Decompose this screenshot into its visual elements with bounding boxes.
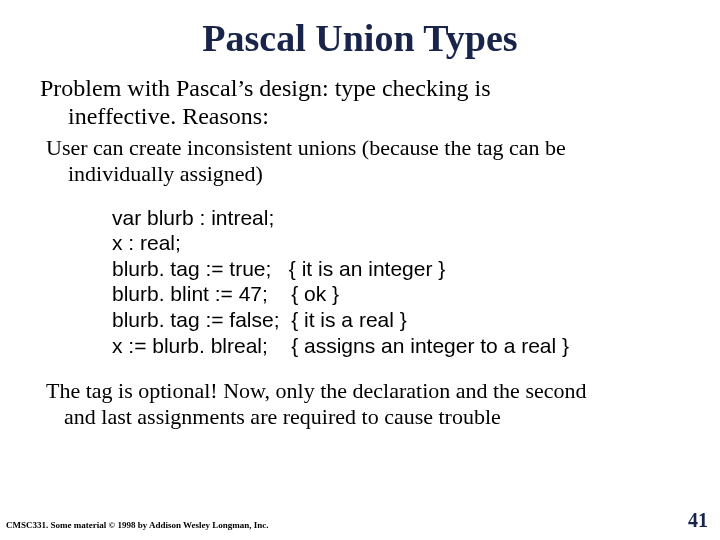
- closing-text: The tag is optional! Now, only the decla…: [46, 378, 680, 430]
- slide: Pascal Union Types Problem with Pascal’s…: [0, 0, 720, 430]
- footer-credit: CMSC331. Some material © 1998 by Addison…: [6, 520, 269, 530]
- reason-line-1: User can create inconsistent unions (bec…: [46, 135, 566, 160]
- problem-line-1: Problem with Pascal’s design: type check…: [40, 75, 491, 101]
- closing-line-2: and last assignments are required to cau…: [46, 404, 680, 430]
- slide-title: Pascal Union Types: [40, 16, 680, 60]
- reason-text: User can create inconsistent unions (bec…: [40, 135, 680, 187]
- reason-line-2: individually assigned): [46, 161, 680, 187]
- slide-number: 41: [688, 509, 708, 532]
- problem-text: Problem with Pascal’s design: type check…: [40, 74, 680, 131]
- problem-line-2: ineffective. Reasons:: [46, 102, 680, 130]
- code-block: var blurb : intreal; x : real; blurb. ta…: [112, 205, 680, 359]
- closing-line-1: The tag is optional! Now, only the decla…: [46, 378, 586, 403]
